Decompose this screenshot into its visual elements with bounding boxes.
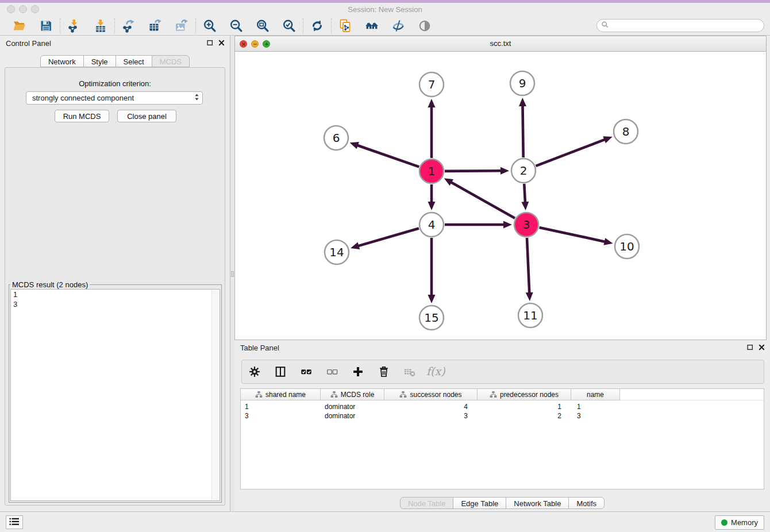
graph-node-6[interactable]: 6 bbox=[324, 126, 348, 150]
toolbar-button-export-table[interactable] bbox=[147, 18, 163, 34]
graph-node-4[interactable]: 4 bbox=[419, 213, 444, 237]
control-tab-network[interactable]: Network bbox=[40, 55, 84, 67]
cell-successor-nodes: 3 bbox=[384, 412, 478, 420]
control-tab-mcds[interactable]: MCDS bbox=[152, 55, 190, 67]
window-zoom-button[interactable] bbox=[31, 5, 39, 13]
graph-edge-2-3[interactable] bbox=[524, 184, 525, 203]
toolbar-button-home-pair[interactable] bbox=[364, 18, 380, 34]
graph-node-8[interactable]: 8 bbox=[614, 119, 638, 144]
toolbar-button-zoom-in[interactable] bbox=[202, 18, 218, 34]
divider-grip[interactable] bbox=[231, 271, 234, 277]
toolbar-separator bbox=[114, 18, 115, 33]
graph-node-9[interactable]: 9 bbox=[510, 71, 534, 95]
table-toolbar-settings-gear-button[interactable] bbox=[247, 364, 262, 379]
zoom-in-icon bbox=[203, 19, 217, 33]
toolbar-button-zoom-fit[interactable] bbox=[255, 18, 271, 34]
table-toolbar-select-all-checkboxes-button[interactable] bbox=[299, 364, 314, 379]
search-icon bbox=[601, 21, 609, 30]
column-header-mcds-role[interactable]: MCDS role bbox=[321, 389, 384, 400]
toolbar-button-zoom-out[interactable] bbox=[228, 18, 244, 34]
search-input[interactable] bbox=[611, 22, 760, 30]
table-tab-edge-table[interactable]: Edge Table bbox=[453, 497, 506, 509]
control-tab-style[interactable]: Style bbox=[83, 55, 116, 67]
float-panel-icon[interactable] bbox=[207, 40, 213, 46]
table-panel-title: Table Panel bbox=[240, 344, 279, 352]
window-title: Session: New Session bbox=[0, 3, 770, 16]
toolbar-button-zoom-selected[interactable] bbox=[281, 18, 297, 34]
table-toolbar-delete-column-button[interactable] bbox=[376, 364, 391, 379]
table-toolbar-column-layout-button[interactable] bbox=[273, 364, 288, 379]
close-panel-icon[interactable] bbox=[218, 40, 225, 46]
toolbar-button-apply-layout-refresh[interactable] bbox=[309, 18, 325, 34]
shared-column-icon bbox=[255, 391, 263, 398]
criterion-select[interactable]: strongly connected component bbox=[26, 91, 203, 105]
graph-node-1[interactable]: 1 bbox=[419, 159, 444, 183]
result-scrollbar[interactable] bbox=[211, 290, 219, 500]
table-toolbar-add-column-button[interactable] bbox=[351, 364, 365, 379]
close-table-panel-icon[interactable] bbox=[759, 344, 765, 350]
graph-node-15[interactable]: 15 bbox=[419, 306, 444, 330]
graph-edge-3-1[interactable] bbox=[450, 182, 515, 218]
graph-edge-2-8[interactable] bbox=[536, 139, 606, 166]
close-panel-button[interactable]: Close panel bbox=[117, 110, 176, 122]
table-tab-network-table[interactable]: Network Table bbox=[506, 497, 569, 509]
column-header-name[interactable]: name bbox=[571, 389, 620, 400]
graph-edge-4-14[interactable] bbox=[357, 228, 419, 246]
mcds-result-group: MCDS result (2 nodes) 13 bbox=[9, 280, 222, 503]
graph-node-14[interactable]: 14 bbox=[325, 240, 349, 264]
window-minimize-button[interactable] bbox=[19, 5, 27, 13]
graph-node-3[interactable]: 3 bbox=[514, 213, 538, 237]
table-row[interactable]: 1dominator411 bbox=[241, 402, 764, 411]
column-header-shared-name[interactable]: shared name bbox=[241, 389, 321, 400]
graph-edge-3-11[interactable] bbox=[527, 238, 529, 294]
svg-text:10: 10 bbox=[619, 240, 634, 253]
mcds-result-line: 3 bbox=[11, 299, 220, 309]
graph-edge-1-6[interactable] bbox=[356, 145, 419, 167]
table-tab-node-table[interactable]: Node Table bbox=[400, 497, 454, 509]
column-header-successor-nodes[interactable]: successor nodes bbox=[384, 389, 478, 400]
control-tab-select[interactable]: Select bbox=[116, 55, 152, 67]
toolbar-button-import-table[interactable] bbox=[93, 18, 109, 34]
table-toolbar: f(x) bbox=[241, 360, 764, 384]
memory-status-dot bbox=[721, 519, 727, 526]
toolbar-button-open-folder[interactable] bbox=[11, 18, 28, 34]
graph-node-11[interactable]: 11 bbox=[518, 303, 542, 327]
graph-edge-2-9[interactable] bbox=[522, 105, 523, 157]
network-minimize-button[interactable] bbox=[251, 40, 259, 48]
svg-text:8: 8 bbox=[622, 125, 630, 138]
run-mcds-button[interactable]: Run MCDS bbox=[55, 110, 109, 122]
toolbar-button-eye-slash[interactable] bbox=[390, 18, 406, 34]
graph-edge-arrowhead bbox=[351, 242, 360, 249]
network-zoom-button[interactable] bbox=[263, 40, 270, 48]
toolbar-button-export-image[interactable] bbox=[174, 18, 190, 34]
toolbar-button-export-network[interactable] bbox=[121, 18, 137, 34]
graph-edge-arrowhead bbox=[428, 202, 436, 210]
svg-text:4: 4 bbox=[428, 218, 436, 232]
table-tab-motifs[interactable]: Motifs bbox=[568, 497, 605, 509]
table-toolbar-unselect-all-checkboxes-button[interactable] bbox=[325, 364, 340, 379]
graph-edge-3-10[interactable] bbox=[539, 228, 606, 242]
network-close-button[interactable] bbox=[240, 40, 247, 48]
search-field[interactable] bbox=[596, 19, 764, 32]
panel-divider[interactable] bbox=[230, 36, 234, 511]
toolbar-button-contrast-circle[interactable] bbox=[417, 18, 433, 34]
toolbar-separator bbox=[195, 18, 196, 33]
cell-shared-name: 1 bbox=[241, 403, 321, 411]
graph-edge-1-2[interactable] bbox=[445, 171, 502, 171]
mcds-result-line: 1 bbox=[11, 290, 220, 299]
toolbar-button-save-session[interactable] bbox=[38, 18, 54, 34]
column-header-predecessor-nodes[interactable]: predecessor nodes bbox=[478, 389, 571, 400]
table-row[interactable]: 3dominator323 bbox=[241, 411, 764, 421]
graph-node-10[interactable]: 10 bbox=[615, 234, 639, 259]
window-close-button[interactable] bbox=[7, 5, 15, 13]
memory-button[interactable]: Memory bbox=[715, 515, 764, 530]
float-table-panel-icon[interactable] bbox=[747, 344, 753, 350]
network-canvas[interactable]: 7968124314101511 bbox=[235, 52, 766, 340]
mcds-result-list[interactable]: 13 bbox=[10, 289, 220, 501]
toolbar-button-import-network[interactable] bbox=[66, 18, 82, 34]
save-session-icon bbox=[39, 19, 53, 33]
graph-node-7[interactable]: 7 bbox=[419, 72, 444, 97]
task-history-button[interactable] bbox=[6, 515, 23, 529]
graph-node-2[interactable]: 2 bbox=[511, 159, 536, 183]
toolbar-button-clone-network[interactable] bbox=[337, 18, 353, 34]
